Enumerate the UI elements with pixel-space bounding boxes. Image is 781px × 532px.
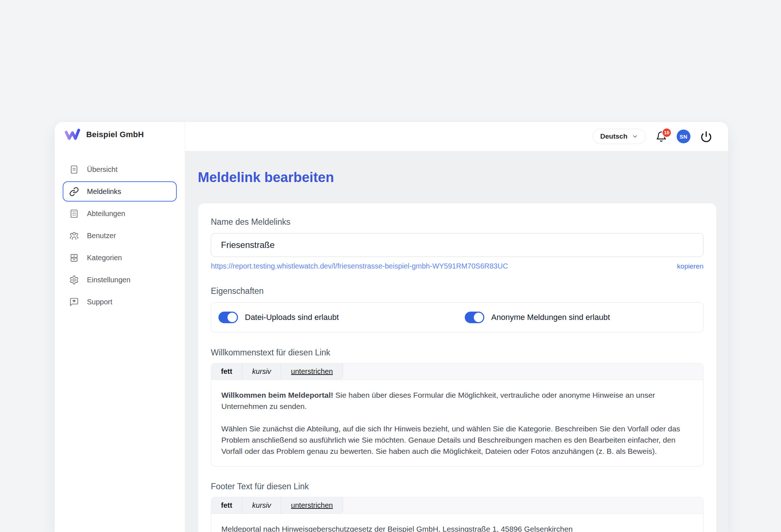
toggle-label: Datei-Uploads sind erlaubt [245, 313, 339, 322]
toggle-label: Anonyme Meldungen sind erlaubt [491, 313, 610, 322]
company-logo-icon [64, 127, 81, 142]
toggle-knob [474, 313, 483, 322]
sidebar-item-meldelinks[interactable]: Meldelinks [63, 181, 177, 202]
toggle-item-file-uploads: Datei-Uploads sind erlaubt [218, 312, 465, 323]
sidebar-item-label: Support [87, 298, 112, 306]
footer-paragraph: Meldeportal nach Hinweisgeberschutzgeset… [221, 523, 693, 532]
welcome-paragraph-1-bold: Willkommen beim Meldeportal! [221, 391, 333, 399]
url-row: https://report.testing.whistlewatch.dev/… [211, 262, 703, 270]
file-uploads-toggle[interactable] [218, 312, 238, 323]
toggle-item-anonymous: Anonyme Meldungen sind erlaubt [465, 312, 610, 323]
welcome-editor-toolbar: fett kursiv unterstrichen [211, 363, 703, 380]
footer-text-editor: fett kursiv unterstrichen Meldeportal na… [211, 497, 703, 532]
sidebar-nav: Übersicht Meldelinks Abteilungen [55, 159, 185, 312]
underline-button[interactable]: unterstrichen [281, 497, 343, 514]
welcome-text-content[interactable]: Willkommen beim Meldeportal! Sie haben ü… [211, 380, 703, 466]
building-icon [69, 209, 79, 219]
sidebar: Beispiel GmbH Übersicht Meldelinks [55, 122, 185, 532]
sidebar-item-label: Einstellungen [87, 276, 130, 284]
sidebar-item-einstellungen[interactable]: Einstellungen [63, 270, 177, 290]
bold-button[interactable]: fett [211, 363, 242, 380]
app-window: Beispiel GmbH Übersicht Meldelinks [55, 122, 728, 532]
sidebar-item-label: Benutzer [87, 232, 116, 240]
logout-button[interactable] [700, 131, 712, 143]
welcome-paragraph-2: Wählen Sie zunächst die Abteilung, auf d… [221, 423, 693, 457]
link-icon [69, 187, 79, 197]
italic-button[interactable]: kursiv [242, 363, 281, 380]
report-url-link[interactable]: https://report.testing.whistlewatch.dev/… [211, 262, 508, 270]
sidebar-item-abteilungen[interactable]: Abteilungen [63, 203, 177, 224]
copy-url-button[interactable]: kopieren [677, 262, 703, 270]
notifications-button[interactable]: 10 [656, 131, 667, 142]
name-label: Name des Meldelinks [211, 216, 703, 227]
overview-icon [69, 165, 79, 174]
welcome-paragraph-1: Willkommen beim Meldeportal! Sie haben ü… [221, 389, 693, 412]
support-icon [69, 297, 79, 307]
page-title: Meldelink bearbeiten [198, 169, 717, 186]
topbar: Deutsch 10 SN [185, 122, 728, 151]
sidebar-item-kategorien[interactable]: Kategorien [63, 248, 177, 268]
anonymous-reports-toggle[interactable] [465, 312, 484, 323]
welcome-text-editor: fett kursiv unterstrichen Willkommen bei… [211, 363, 703, 466]
sidebar-item-label: Abteilungen [87, 210, 125, 218]
company-name: Beispiel GmbH [86, 130, 144, 139]
notification-badge: 10 [662, 128, 672, 138]
meldelink-form-panel: Name des Meldelinks https://report.testi… [198, 203, 717, 532]
properties-heading: Eigenschaften [211, 286, 703, 296]
archive-icon [69, 253, 79, 263]
sidebar-item-support[interactable]: Support [63, 292, 177, 312]
main-column: Deutsch 10 SN Meldelin [185, 122, 728, 532]
gear-icon [69, 275, 79, 285]
properties-box: Datei-Uploads sind erlaubt Anonyme Meldu… [211, 302, 703, 333]
meldelink-name-input[interactable] [211, 233, 703, 257]
format-button-group: fett kursiv unterstrichen [211, 497, 343, 514]
welcome-text-heading: Willkommenstext für diesen Link [211, 347, 703, 358]
brand: Beispiel GmbH [55, 122, 185, 142]
sidebar-item-label: Meldelinks [87, 187, 121, 196]
format-button-group: fett kursiv unterstrichen [211, 363, 343, 380]
footer-text-content[interactable]: Meldeportal nach Hinweisgeberschutzgeset… [211, 514, 703, 532]
toggle-knob [227, 313, 237, 322]
sidebar-item-label: Übersicht [87, 165, 117, 174]
users-icon [69, 231, 79, 241]
bold-button[interactable]: fett [211, 497, 242, 514]
sidebar-item-label: Kategorien [87, 254, 122, 262]
italic-button[interactable]: kursiv [242, 497, 281, 514]
content-area: Meldelink bearbeiten Name des Meldelinks… [185, 151, 728, 532]
chevron-down-icon [632, 133, 638, 140]
underline-button[interactable]: unterstrichen [281, 363, 343, 380]
power-icon [700, 131, 712, 143]
language-label: Deutsch [600, 132, 627, 140]
footer-text-heading: Footer Text für diesen Link [211, 481, 703, 492]
avatar[interactable]: SN [677, 130, 690, 143]
sidebar-item-benutzer[interactable]: Benutzer [63, 225, 177, 246]
footer-editor-toolbar: fett kursiv unterstrichen [211, 497, 703, 514]
language-selector[interactable]: Deutsch [593, 129, 646, 144]
sidebar-item-uebersicht[interactable]: Übersicht [63, 159, 177, 180]
